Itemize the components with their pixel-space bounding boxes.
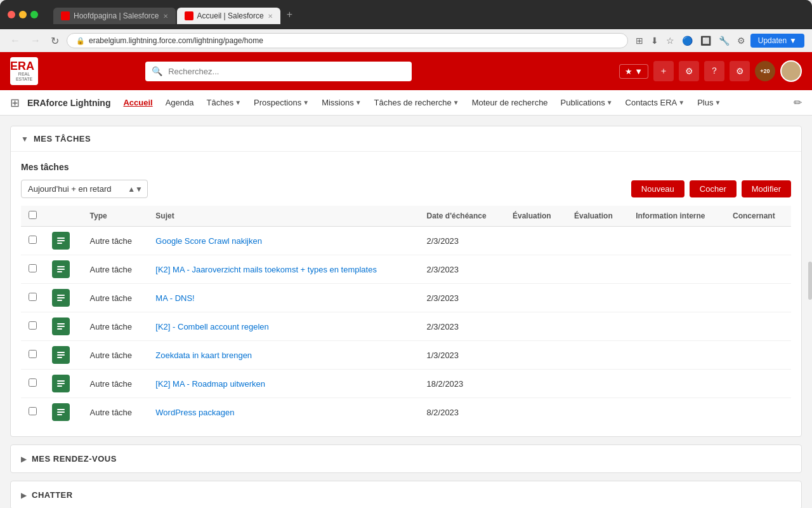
svg-rect-12 [57, 352, 65, 353]
back-button[interactable]: ← [8, 34, 23, 48]
nav-item-missions[interactable]: Missions ▼ [317, 90, 366, 115]
tab-accueil[interactable]: Accueil | Salesforce ✕ [177, 8, 280, 24]
row-type: Autre tâche [82, 255, 148, 284]
row-eval2 [566, 341, 628, 370]
row-concernant [725, 284, 791, 312]
mes-taches-header[interactable]: ▼ MES TÂCHES [11, 126, 801, 152]
select-all-checkbox[interactable] [29, 211, 37, 219]
nav-item-agenda[interactable]: Agenda [160, 90, 199, 115]
row-eval1 [505, 255, 566, 284]
minimize-dot[interactable] [19, 11, 27, 18]
new-tab-btn[interactable]: + [282, 5, 298, 24]
settings-gear-icon[interactable]: ⚙ [730, 61, 750, 81]
close-dot[interactable] [8, 11, 15, 18]
svg-rect-17 [57, 385, 62, 387]
modifier-button[interactable]: Modifier [742, 180, 791, 197]
update-button[interactable]: Updaten ▼ [750, 34, 804, 48]
taches-recherche-chevron-icon: ▼ [453, 99, 459, 106]
task-subject-link[interactable]: [K2] - Combell account regelen [155, 322, 268, 331]
tab-hoofdpagina[interactable]: Hoofdpagina | Salesforce ✕ [53, 8, 176, 24]
app-launcher-icon[interactable]: ⊞ [10, 96, 20, 110]
tab-close-active-btn[interactable]: ✕ [268, 13, 273, 20]
add-icon[interactable]: ＋ [653, 61, 674, 81]
maximize-dot[interactable] [30, 11, 38, 18]
filter-select[interactable]: Aujourd'hui + en retard Toutes Overdue A… [21, 180, 148, 198]
address-input-bar[interactable]: 🔒 erabelgium.lightning.force.com/lightni… [67, 33, 628, 48]
favorites-button[interactable]: ★ ▼ [619, 64, 648, 79]
chatter-header[interactable]: ▶ CHATTER [11, 481, 801, 508]
translate-icon[interactable]: ⊞ [633, 34, 646, 47]
ext3-icon[interactable]: 🔧 [716, 34, 732, 47]
row-concernant [725, 398, 791, 427]
nav-label-agenda: Agenda [166, 98, 194, 107]
header-actions: ★ ▼ ＋ ⚙ ？ ⚙ +20 [619, 60, 802, 82]
nouveau-button[interactable]: Nouveau [631, 180, 684, 197]
forward-button[interactable]: → [28, 34, 43, 48]
task-subject-link[interactable]: WordPress packagen [155, 408, 234, 417]
nav-item-accueil[interactable]: Accueil [118, 90, 157, 115]
row-checkbox-0[interactable] [29, 236, 37, 244]
nav-item-moteur[interactable]: Moteur de recherche [467, 90, 553, 115]
svg-rect-2 [57, 243, 62, 244]
nav-item-prospections[interactable]: Prospections ▼ [249, 90, 314, 115]
row-checkbox-2[interactable] [29, 293, 37, 301]
bookmark-star-icon[interactable]: ☆ [664, 34, 677, 47]
ext1-icon[interactable]: 🔵 [679, 34, 695, 47]
nav-item-taches-recherche[interactable]: Tâches de recherche ▼ [369, 90, 464, 115]
task-subject-link[interactable]: Google Score Crawl nakijken [155, 236, 262, 246]
row-eval2 [566, 312, 628, 341]
chatter-chevron-icon: ▶ [21, 491, 27, 500]
search-input[interactable] [145, 62, 412, 81]
row-checkbox-4[interactable] [29, 350, 37, 358]
svg-rect-14 [57, 357, 62, 358]
table-row: Autre tâche Zoekdata in kaart brengen 1/… [21, 341, 791, 370]
row-info [628, 370, 725, 398]
row-icon-cell [44, 398, 82, 427]
row-date: 1/3/2023 [419, 341, 505, 370]
svg-rect-15 [57, 380, 65, 382]
nav-edit-icon[interactable]: ✏ [794, 97, 802, 109]
task-subject-link[interactable]: [K2] MA - Roadmap uitwerken [155, 379, 265, 389]
extensions-icon[interactable]: ⚙ [735, 34, 748, 47]
user-avatar[interactable] [780, 60, 802, 82]
publications-chevron-icon: ▼ [606, 99, 613, 106]
table-row: Autre tâche WordPress packagen 8/2/2023 [21, 398, 791, 427]
col-header-type: Type [82, 206, 148, 227]
nav-label-plus: Plus [697, 98, 713, 107]
setup-icon[interactable]: ⚙ [679, 61, 699, 81]
task-subject-link[interactable]: MA - DNS! [155, 293, 194, 303]
app-name: ERAforce Lightning [27, 98, 110, 108]
row-info [628, 341, 725, 370]
task-subject-link[interactable]: [K2] MA - Jaaroverzicht mails toekomst +… [155, 265, 377, 274]
task-subject-link[interactable]: Zoekdata in kaart brengen [155, 351, 252, 360]
prospections-chevron-icon: ▼ [303, 99, 309, 106]
row-checkbox-3[interactable] [29, 321, 37, 330]
scrollbar[interactable] [808, 262, 812, 300]
row-checkbox-6[interactable] [29, 407, 37, 415]
row-checkbox-1[interactable] [29, 264, 37, 272]
nav-item-publications[interactable]: Publications ▼ [556, 90, 618, 115]
table-row: Autre tâche [K2] MA - Roadmap uitwerken … [21, 370, 791, 398]
table-row: Autre tâche [K2] MA - Jaaroverzicht mail… [21, 255, 791, 284]
download-icon[interactable]: ⬇ [648, 34, 661, 47]
ext2-icon[interactable]: 🔲 [698, 34, 714, 47]
help-icon[interactable]: ？ [704, 61, 724, 81]
row-concernant [725, 341, 791, 370]
mes-rendez-vous-header[interactable]: ▶ MES RENDEZ-VOUS [11, 445, 801, 472]
row-checkbox-5[interactable] [29, 378, 37, 387]
nav-item-plus[interactable]: Plus ▼ [692, 90, 726, 115]
row-sujet: Google Score Crawl nakijken [148, 227, 419, 255]
row-eval2 [566, 227, 628, 255]
url-text: erabelgium.lightning.force.com/lightning… [89, 36, 263, 45]
nav-item-taches[interactable]: Tâches ▼ [202, 90, 247, 115]
notification-avatar[interactable]: +20 [755, 61, 775, 81]
lock-icon: 🔒 [76, 37, 85, 45]
refresh-button[interactable]: ↻ [48, 34, 62, 48]
tasks-header-row: Mes tâches [21, 162, 791, 172]
svg-rect-0 [57, 237, 65, 239]
tab-close-btn[interactable]: ✕ [163, 13, 168, 20]
table-header-row: Type Sujet Date d'échéance Évaluation Év… [21, 206, 791, 227]
nav-item-contacts-era[interactable]: Contacts ERA ▼ [620, 90, 690, 115]
cocher-button[interactable]: Cocher [690, 180, 737, 197]
row-info [628, 398, 725, 427]
